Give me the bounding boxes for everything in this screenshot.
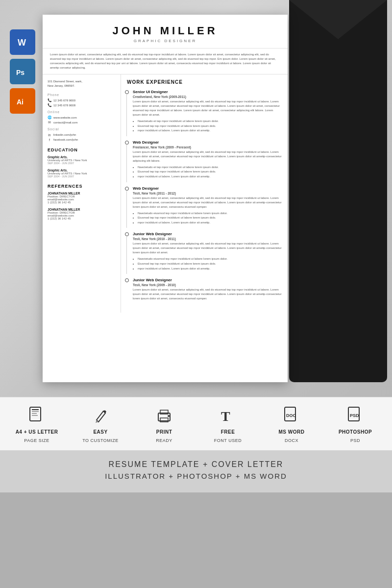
bullet-1-3: mpor incididunt ut labore. Lorem ipsum d… bbox=[138, 128, 282, 133]
bullet-3-3: mpor incididunt ut labore. Lorem ipsum d… bbox=[138, 220, 282, 225]
bullet-2-3: mpor incididunt ut labore. Lorem ipsum d… bbox=[138, 174, 282, 179]
resume-right-column: WORK EXPERIENCE Senior UI Designer Creat… bbox=[121, 74, 288, 313]
resume-title: GRAPHIC DESIGNER bbox=[48, 39, 283, 43]
job-entry-4: Junior Web Designer Tesli, New York (201… bbox=[127, 232, 282, 271]
job-entry-2: Web Designer Freelancer, New York (2009 … bbox=[127, 140, 282, 179]
feature-msword-main: MS WORD bbox=[279, 429, 305, 435]
education-title: EDUCATION bbox=[48, 147, 116, 152]
job-line-3 bbox=[126, 191, 127, 228]
references-title: REFERENCES bbox=[48, 184, 116, 189]
email-item: ✉ contact@mail.com bbox=[48, 121, 116, 124]
phone-icon-2: 📞 bbox=[48, 103, 51, 107]
job-bullets-4: Naectetudo eiusmod tep mpor incididunt u… bbox=[133, 257, 282, 271]
resume-left-column: 101 Diamond Street, wark, New Jersey, 08… bbox=[43, 74, 121, 313]
job-desc-3: Lorem ipsum dolor sit amet, consectetur … bbox=[133, 196, 282, 209]
job-title-1: Senior UI Designer bbox=[133, 90, 282, 94]
email-icon: ✉ bbox=[48, 121, 51, 124]
svg-text:DOC: DOC bbox=[286, 413, 296, 418]
linkedin-icon: in bbox=[48, 133, 51, 137]
feature-page-size-sub: PAGE SIZE bbox=[24, 438, 49, 443]
svg-rect-10 bbox=[32, 415, 38, 416]
address-street: 101 Diamond Street, wark, bbox=[48, 79, 116, 84]
bullet-1-2: Eiusmod tep top mpor incididunt ut labor… bbox=[138, 124, 282, 129]
psd-icon: PSD bbox=[346, 406, 364, 426]
feature-page-size-main: A4 + US LETTER bbox=[16, 429, 58, 435]
job-title-4: Junior Web Designer bbox=[133, 232, 282, 236]
facebook-item: f facebook.com/john bbox=[48, 138, 116, 142]
feature-print: PRINT READY bbox=[137, 406, 191, 443]
bullet-3-2: Eiusmod tep top mpor incididunt ut labor… bbox=[138, 216, 282, 220]
website-item: 🌐 www.website.com bbox=[48, 116, 116, 120]
feature-font-main: FREE bbox=[221, 429, 235, 435]
ref-entry-2: JOHNATHAN MILLER Position: DIRECTOR emai… bbox=[48, 208, 116, 220]
feature-font: T FREE FONT USED bbox=[201, 406, 255, 443]
feature-msword: DOC MS WORD DOCX bbox=[265, 406, 318, 443]
job-dot-1 bbox=[125, 90, 129, 94]
resume-intro: Lorem ipsum dolor sit amet, consectetur … bbox=[43, 49, 288, 74]
resume-card: JOHN MILLER GRAPHIC DESIGNER Lorem ipsum… bbox=[43, 15, 288, 382]
ref-entry-1: JOHNATHAN MILLER Position: DIRECTOR emai… bbox=[48, 192, 116, 204]
feature-customize-sub: TO CUSTOMIZE bbox=[82, 438, 119, 443]
bullet-2-1: Naectetudo et tep mpor incididunt ut lab… bbox=[138, 165, 282, 170]
job-entry-5: Junior Web Designer Tesli, New York (200… bbox=[127, 278, 282, 301]
feature-msword-sub: DOCX bbox=[285, 438, 298, 443]
svg-text:W: W bbox=[18, 38, 26, 48]
ref-name-2: JOHNATHAN MILLER bbox=[48, 208, 116, 211]
svg-rect-7 bbox=[32, 409, 39, 410]
envelope-decoration bbox=[289, 0, 387, 382]
job-company-1: Creativeland, New York (2009-2011) bbox=[133, 95, 282, 98]
job-bullets-1: Naectetudo et tep mpor incididunt ut lab… bbox=[133, 119, 282, 133]
bullet-3-1: Naectetudo eiusmod tep mpor incididunt u… bbox=[138, 211, 282, 216]
social-label: Social bbox=[48, 127, 116, 131]
job-title-2: Web Designer bbox=[133, 140, 282, 145]
resume-name: JOHN MILLER bbox=[48, 24, 283, 37]
bullet-1-1: Naectetudo et tep mpor incididunt ut lab… bbox=[138, 119, 282, 124]
job-desc-4: Lorem ipsum dolor sit amet, consectetur … bbox=[133, 242, 282, 255]
phone-label: Phone bbox=[48, 93, 116, 97]
features-bar: A4 + US LETTER PAGE SIZE EASY TO CUSTOMI… bbox=[0, 397, 392, 450]
bottom-line2: ILLUSTRATOR + PHOTOSHOP + MS WORD bbox=[5, 472, 387, 480]
bullet-4-3: mpor incididunt ut labore. Lorem ipsum d… bbox=[138, 267, 282, 271]
envelope-flap bbox=[289, 0, 387, 39]
edu-date-1: SEP 2004 - JUN 2007 bbox=[48, 162, 116, 165]
job-line-1 bbox=[126, 95, 127, 136]
feature-psd-main: PHOTOSHOP bbox=[339, 429, 372, 435]
address-section: 101 Diamond Street, wark, New Jersey, 08… bbox=[48, 79, 116, 88]
page-size-icon bbox=[28, 406, 46, 426]
resume-body: 101 Diamond Street, wark, New Jersey, 08… bbox=[43, 74, 288, 313]
edu-degree-2: Graphic Arts. bbox=[48, 169, 116, 172]
bottom-line1: RESUME TEMPLATE + COVER LETTER bbox=[5, 460, 387, 469]
feature-customize-main: EASY bbox=[93, 429, 107, 435]
job-desc-1: Lorem ipsum dolor sit amet, consectetur … bbox=[133, 99, 282, 117]
job-entry-1: Senior UI Designer Creativeland, New Yor… bbox=[127, 90, 282, 133]
resume-header: JOHN MILLER GRAPHIC DESIGNER bbox=[43, 15, 288, 49]
doc-icon: DOC bbox=[283, 406, 300, 426]
job-line-2 bbox=[126, 145, 127, 182]
feature-font-sub: FONT USED bbox=[214, 438, 242, 443]
job-desc-2: Lorem ipsum dolor sit amet, consectetur … bbox=[133, 150, 282, 163]
job-company-5: Tesli, New York (2009 - 2010) bbox=[133, 283, 282, 287]
feature-psd: PSD PHOTOSHOP PSD bbox=[328, 406, 382, 443]
bullet-4-1: Naectetudo eiusmod tep mpor incididunt u… bbox=[138, 257, 282, 262]
job-title-5: Junior Web Designer bbox=[133, 278, 282, 282]
job-company-4: Tesli, New York (2010 - 2011) bbox=[133, 237, 282, 241]
job-dot-3 bbox=[125, 187, 129, 191]
edu-degree-1: Graphic Arts. bbox=[48, 155, 116, 159]
feature-print-main: PRINT bbox=[156, 429, 172, 435]
phone-icon-1: 📞 bbox=[48, 98, 51, 102]
edu-entry-1: Graphic Arts. University of ARTS / New Y… bbox=[48, 155, 116, 165]
job-desc-5: Lorem ipsum dolor sit amet, consectetur … bbox=[133, 288, 282, 301]
work-experience-title: WORK EXPERIENCE bbox=[127, 79, 282, 85]
feature-psd-sub: PSD bbox=[350, 438, 360, 443]
job-title-3: Web Designer bbox=[133, 186, 282, 191]
job-dot-5 bbox=[125, 278, 129, 282]
features-row: A4 + US LETTER PAGE SIZE EASY TO CUSTOMI… bbox=[5, 406, 387, 443]
edu-date-2: SEP 2004 - JUN 2007 bbox=[48, 175, 116, 178]
job-dot-4 bbox=[125, 232, 129, 236]
edu-entry-2: Graphic Arts. University of ARTS / New Y… bbox=[48, 169, 116, 178]
svg-text:Ps: Ps bbox=[16, 69, 24, 76]
facebook-icon: f bbox=[48, 138, 51, 142]
photoshop-icon: Ps bbox=[10, 59, 35, 84]
svg-rect-9 bbox=[32, 413, 37, 414]
feature-customize: EASY TO CUSTOMIZE bbox=[74, 406, 127, 443]
